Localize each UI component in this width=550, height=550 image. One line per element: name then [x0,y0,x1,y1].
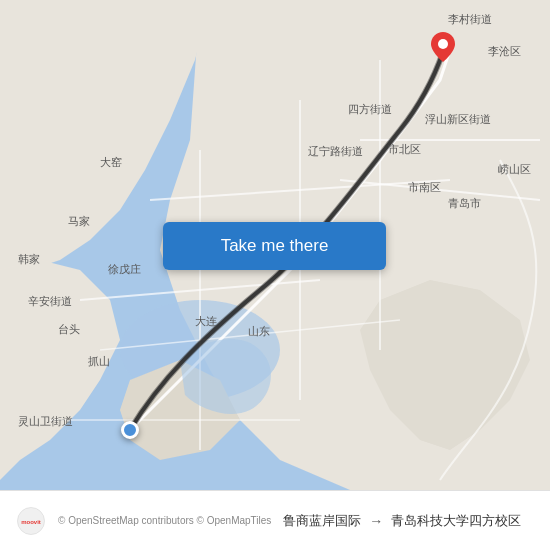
footer-dest-label: 青岛科技大学四方校区 [391,512,521,530]
svg-text:moovit: moovit [21,519,41,525]
footer-origin-label: 鲁商蓝岸国际 [283,512,361,530]
origin-marker [121,421,139,439]
footer-route: 鲁商蓝岸国际 → 青岛科技大学四方校区 [283,512,534,530]
footer-bar: moovit © OpenStreetMap contributors © Op… [0,490,550,550]
svg-point-16 [438,39,448,49]
map-container: 李村街道 李沧区 四方街道 浮山新区街道 辽宁路街道 市北区 市南区 青岛市 崂… [0,0,550,490]
moovit-logo: moovit [16,506,46,536]
take-me-there-button[interactable]: Take me there [163,222,386,270]
footer-attribution: © OpenStreetMap contributors © OpenMapTi… [58,515,271,526]
destination-marker [431,32,455,66]
arrow-icon: → [369,513,383,529]
